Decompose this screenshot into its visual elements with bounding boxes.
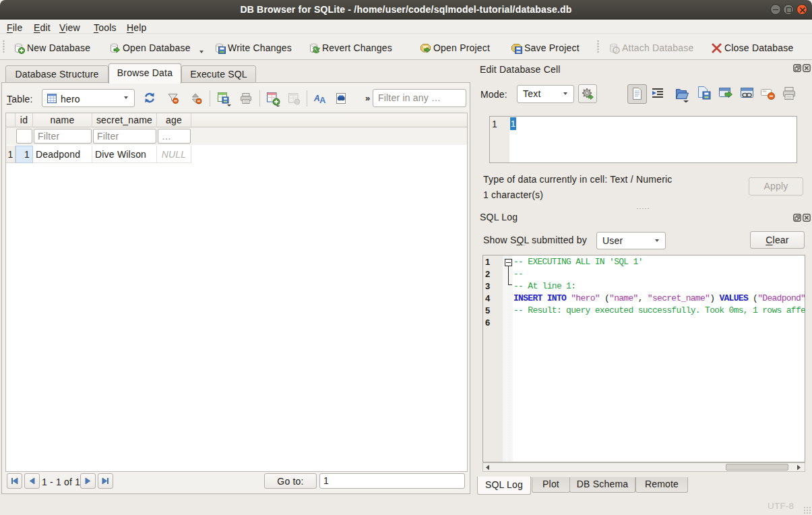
svg-text:A: A: [319, 95, 326, 104]
